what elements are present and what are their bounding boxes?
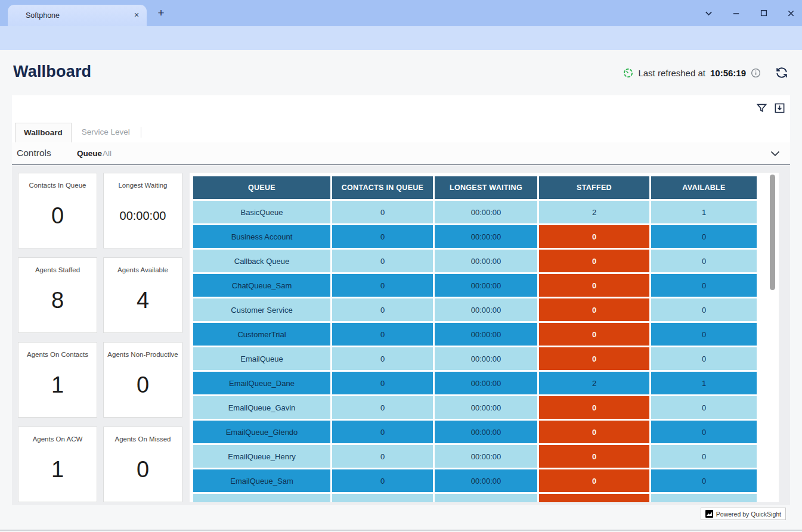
- contacts-in-queue-cell: 0: [332, 347, 433, 370]
- available-cell: 0: [651, 421, 757, 443]
- contacts-in-queue-cell: 0: [332, 225, 433, 248]
- tab-service-level[interactable]: Service Level: [72, 123, 140, 142]
- kpi-card: Longest Waiting00:00:00: [103, 173, 182, 248]
- controls-collapse-chevron-icon[interactable]: [770, 150, 780, 158]
- table-row: Callback Queue000:00:0000: [193, 250, 757, 272]
- staffed-cell: 0: [539, 445, 649, 468]
- contacts-in-queue-cell: 0: [332, 201, 433, 223]
- queue-cell: EmailQueue_Gavin: [193, 396, 330, 419]
- available-cell: 0: [651, 469, 757, 492]
- tab-search-chevron-icon[interactable]: [704, 8, 714, 18]
- queue-cell: ChatQueue_Sam: [193, 274, 330, 297]
- longest-waiting-cell: 00:00:00: [435, 250, 537, 272]
- queue-cell: Callback Queue: [193, 250, 330, 272]
- staffed-cell: 0: [539, 225, 649, 248]
- page-title: Wallboard: [13, 63, 91, 81]
- close-button[interactable]: [786, 8, 796, 18]
- minimize-button[interactable]: [731, 8, 741, 18]
- export-icon[interactable]: [774, 102, 785, 114]
- kpi-value: 0: [51, 203, 64, 229]
- longest-waiting-cell: 00:00:00: [435, 469, 537, 492]
- table-row: EmailQueue_Glendo000:00:0000: [193, 421, 757, 443]
- queue-cell: BasicQueue: [193, 201, 330, 223]
- contacts-in-queue-cell: 0: [332, 421, 433, 443]
- kpi-card: Agents On Contacts1: [18, 342, 97, 418]
- table-row: EmailQueue000:00:0000: [193, 347, 757, 370]
- queue-cell: CustomerTrial: [193, 323, 330, 346]
- kpi-card: Agents On ACW1: [18, 427, 97, 502]
- table-row: EmailQueue_Dane000:00:0021: [193, 372, 757, 394]
- staffed-cell: 2: [539, 201, 649, 223]
- kpi-value: 1: [51, 372, 64, 398]
- available-cell: 0: [651, 298, 757, 321]
- last-refreshed-time: 10:56:19: [710, 68, 746, 78]
- staffed-cell: 0: [539, 469, 649, 492]
- kpi-card: Agents Non-Productive0: [103, 342, 182, 418]
- longest-waiting-cell: 00:00:00: [435, 347, 537, 370]
- info-icon[interactable]: [751, 68, 761, 78]
- queue-cell: Business Account: [193, 225, 330, 248]
- queue-cell: EmailQueue_Sam: [193, 469, 330, 492]
- available-cell: 0: [651, 445, 757, 468]
- queue-cell: EmailQueue_T: [193, 494, 330, 502]
- queue-cell: EmailQueue_Glendo: [193, 421, 330, 443]
- queue-cell: EmailQueue: [193, 347, 330, 370]
- refresh-button[interactable]: [775, 66, 788, 79]
- dashboard-area: Contacts In Queue0Longest Waiting00:00:0…: [12, 165, 790, 505]
- tab-close-icon[interactable]: ×: [131, 10, 142, 21]
- available-cell: 0: [651, 347, 757, 370]
- table-row: Business Account000:00:0000: [193, 225, 757, 248]
- queue-cell: EmailQueue_Dane: [193, 372, 330, 394]
- table-row: EmailQueue_Henry000:00:0000: [193, 445, 757, 468]
- powered-by-label: Powered by QuickSight: [716, 511, 781, 518]
- browser-toolbar: /reports/wallboard?standalone=true Updat…: [0, 26, 802, 50]
- auto-refresh-timer-icon: [623, 68, 633, 78]
- kpi-value: 0: [137, 372, 149, 398]
- kpi-label: Agents Available: [114, 266, 172, 274]
- staffed-cell: 0: [539, 323, 649, 346]
- longest-waiting-cell: 00:00:00: [435, 396, 537, 419]
- contacts-in-queue-cell: 0: [332, 494, 433, 502]
- contacts-in-queue-cell: 0: [332, 250, 433, 272]
- tab-wallboard[interactable]: Wallboard: [15, 123, 72, 142]
- staffed-cell: 0: [539, 347, 649, 370]
- contacts-in-queue-cell: 0: [332, 396, 433, 419]
- staffed-cell: 0: [539, 494, 649, 502]
- contacts-in-queue-cell: 0: [332, 445, 433, 468]
- longest-waiting-cell: 00:00:00: [435, 274, 537, 297]
- available-cell: 0: [651, 274, 757, 297]
- column-header: LONGEST WAITING: [435, 176, 537, 199]
- maximize-button[interactable]: [758, 8, 769, 18]
- contacts-in-queue-cell: 0: [332, 372, 433, 394]
- available-cell: 1: [651, 201, 757, 223]
- new-tab-button[interactable]: +: [154, 6, 168, 20]
- contacts-in-queue-cell: 0: [332, 469, 433, 492]
- quicksight-logo-icon: [705, 510, 713, 518]
- longest-waiting-cell: 00:00:00: [435, 445, 537, 468]
- browser-titlebar: Softphone × +: [0, 0, 802, 26]
- queue-filter-value[interactable]: All: [103, 149, 112, 158]
- kpi-value: 00:00:00: [120, 209, 166, 223]
- filter-icon[interactable]: [756, 102, 767, 114]
- table-scrollbar-thumb[interactable]: [770, 175, 775, 290]
- longest-waiting-cell: 00:00:00: [435, 201, 537, 223]
- last-refreshed-label: Last refreshed at: [638, 68, 705, 78]
- queue-cell: EmailQueue_Henry: [193, 445, 330, 468]
- kpi-card: Agents Available4: [103, 257, 182, 333]
- available-cell: 0: [651, 323, 757, 346]
- kpi-card: Contacts In Queue0: [18, 173, 97, 248]
- staffed-cell: 2: [539, 372, 649, 394]
- kpi-card: Agents On Missed0: [103, 427, 182, 502]
- browser-tab[interactable]: Softphone ×: [8, 5, 147, 26]
- staffed-cell: 0: [539, 274, 649, 297]
- longest-waiting-cell: 00:00:00: [435, 323, 537, 346]
- kpi-label: Agents Non-Productive: [104, 350, 181, 359]
- quicksight-badge[interactable]: Powered by QuickSight: [701, 508, 786, 520]
- kpi-label: Agents On Contacts: [23, 350, 92, 359]
- contacts-in-queue-cell: 0: [332, 298, 433, 321]
- table-row: BasicQueue000:00:0021: [193, 201, 757, 223]
- kpi-card: Agents Staffed8: [18, 257, 97, 333]
- kpi-value: 0: [137, 457, 149, 483]
- longest-waiting-cell: 00:00:00: [435, 421, 537, 443]
- kpi-value: 4: [137, 288, 149, 313]
